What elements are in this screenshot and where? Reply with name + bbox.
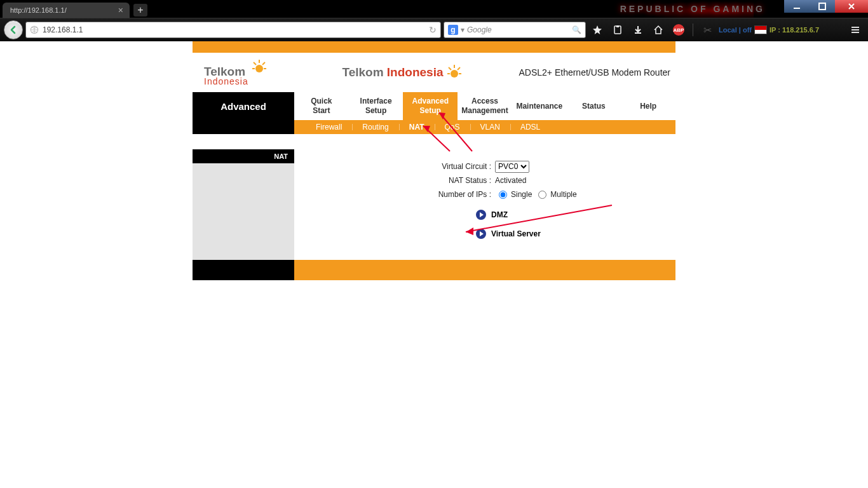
vc-label: Virtual Circuit : bbox=[294, 162, 495, 171]
window-maximize-button[interactable] bbox=[810, 0, 835, 13]
svg-point-5 bbox=[255, 65, 263, 72]
subnav-qos[interactable]: QoS bbox=[435, 123, 470, 132]
subnav-firewall[interactable]: Firewall bbox=[306, 123, 352, 132]
clipboard-icon[interactable] bbox=[611, 24, 624, 36]
virtual-circuit-select[interactable]: PVC0 bbox=[495, 161, 529, 173]
router-admin-panel: Telkom Indonesia Telkom Indonesia ADSL2+… bbox=[193, 41, 675, 280]
content-row: NAT Virtual Circuit : PVC0 NAT Status : bbox=[193, 149, 675, 260]
subnav-adsl[interactable]: ADSL bbox=[510, 123, 550, 132]
google-icon: g bbox=[448, 25, 458, 35]
sub-nav: Firewall Routing NAT QoS VLAN ADSL bbox=[193, 120, 675, 134]
svg-line-8 bbox=[262, 62, 265, 65]
svg-point-11 bbox=[451, 70, 458, 78]
logo-row: Telkom Indonesia Telkom Indonesia ADSL2+… bbox=[193, 53, 675, 92]
svg-rect-1 bbox=[819, 3, 825, 10]
svg-line-13 bbox=[449, 67, 451, 70]
svg-line-14 bbox=[458, 67, 460, 70]
svg-rect-4 bbox=[616, 25, 619, 27]
brand-red-2: Indonesia bbox=[387, 65, 444, 79]
page-viewport: Telkom Indonesia Telkom Indonesia ADSL2+… bbox=[0, 41, 868, 280]
window-titlebar: http://192.168.1.1/ + REPUBLIC OF GAMING bbox=[0, 0, 868, 18]
tab-access-management[interactable]: AccessManagement bbox=[458, 92, 512, 120]
rog-brand-text: REPUBLIC OF GAMING bbox=[620, 4, 765, 14]
tab-maintenance[interactable]: Maintenance bbox=[512, 92, 567, 120]
nat-status-value: Activated bbox=[495, 176, 526, 185]
svg-line-7 bbox=[254, 62, 256, 65]
flag-icon bbox=[754, 25, 767, 34]
bookmark-star-icon[interactable] bbox=[591, 24, 604, 36]
refresh-icon[interactable]: ↻ bbox=[429, 25, 437, 35]
url-text: 192.168.1.1 bbox=[43, 25, 83, 34]
browser-tab-title: http://192.168.1.1/ bbox=[10, 6, 67, 14]
sun-icon-2 bbox=[446, 64, 463, 81]
virtual-server-link-row: Virtual Server bbox=[294, 224, 675, 243]
search-icon[interactable]: 🔍 bbox=[572, 25, 581, 34]
browser-tab[interactable]: http://192.168.1.1/ bbox=[3, 3, 130, 18]
url-bar[interactable]: 192.168.1.1 ↻ bbox=[25, 22, 441, 38]
subnav-routing[interactable]: Routing bbox=[352, 123, 398, 132]
tab-interface-setup[interactable]: InterfaceSetup bbox=[349, 92, 403, 120]
tab-help[interactable]: Help bbox=[621, 92, 675, 120]
back-button[interactable] bbox=[4, 20, 23, 39]
tab-status[interactable]: Status bbox=[567, 92, 621, 120]
nat-panel: Virtual Circuit : PVC0 NAT Status : Acti… bbox=[294, 149, 675, 260]
ips-single-radio[interactable] bbox=[499, 191, 507, 199]
top-orange-bar bbox=[193, 41, 675, 53]
globe-icon bbox=[30, 25, 39, 34]
subnav-nat[interactable]: NAT bbox=[399, 123, 435, 132]
svg-rect-0 bbox=[794, 8, 800, 9]
virtual-server-link[interactable]: Virtual Server bbox=[491, 229, 541, 238]
new-tab-button[interactable]: + bbox=[133, 4, 147, 17]
ip-address-label: IP : 118.215.6.7 bbox=[770, 26, 819, 34]
tab-advanced-setup[interactable]: AdvancedSetup bbox=[403, 92, 458, 120]
window-close-button[interactable] bbox=[835, 0, 868, 13]
menu-icon[interactable] bbox=[849, 24, 862, 36]
toolbar-separator bbox=[693, 24, 693, 36]
ips-multiple-radio[interactable] bbox=[538, 191, 546, 199]
play-icon-2 bbox=[476, 229, 486, 239]
logo-center: Telkom Indonesia bbox=[306, 64, 499, 81]
bottom-bar bbox=[193, 260, 675, 280]
nat-status-label: NAT Status : bbox=[294, 176, 495, 185]
browser-toolbar: 192.168.1.1 ↻ g ▾ Google 🔍 ABP ✂ Local |… bbox=[0, 18, 868, 41]
tab-quick-start[interactable]: QuickStart bbox=[294, 92, 349, 120]
subnav-vlan[interactable]: VLAN bbox=[470, 123, 510, 132]
dmz-link[interactable]: DMZ bbox=[491, 210, 508, 219]
ips-single-text: Single bbox=[511, 190, 532, 199]
search-bar[interactable]: g ▾ Google 🔍 bbox=[444, 22, 586, 38]
scissors-icon[interactable]: ✂ bbox=[701, 24, 714, 36]
device-title: ADSL2+ Ethernet/USB Modem Router bbox=[499, 67, 675, 78]
main-nav: Advanced QuickStart InterfaceSetup Advan… bbox=[193, 92, 675, 120]
search-placeholder: Google bbox=[467, 25, 492, 34]
home-icon[interactable] bbox=[652, 24, 665, 36]
sun-icon bbox=[251, 59, 268, 76]
side-header: NAT bbox=[193, 149, 294, 163]
downloads-icon[interactable] bbox=[632, 24, 644, 36]
side-column: NAT bbox=[193, 149, 294, 260]
ips-label: Number of IPs : bbox=[294, 190, 495, 199]
play-icon bbox=[476, 210, 486, 220]
dmz-link-row: DMZ bbox=[294, 205, 675, 224]
side-fill bbox=[193, 163, 294, 260]
section-title: Advanced bbox=[193, 92, 294, 120]
adblock-icon[interactable]: ABP bbox=[672, 24, 685, 36]
ips-multiple-text: Multiple bbox=[550, 190, 576, 199]
proxy-status[interactable]: Local | off bbox=[719, 26, 752, 34]
logo-left: Telkom Indonesia bbox=[193, 59, 306, 86]
brand-grey-2: Telkom bbox=[342, 65, 383, 79]
window-minimize-button[interactable] bbox=[784, 0, 810, 13]
